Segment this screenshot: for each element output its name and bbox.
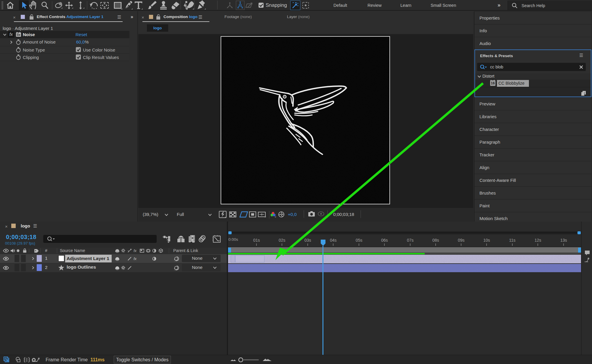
svg-text:fx: fx [134, 256, 137, 261]
svg-text:fx: fx [134, 248, 137, 253]
svg-text:Snapping: Snapping [266, 2, 287, 8]
